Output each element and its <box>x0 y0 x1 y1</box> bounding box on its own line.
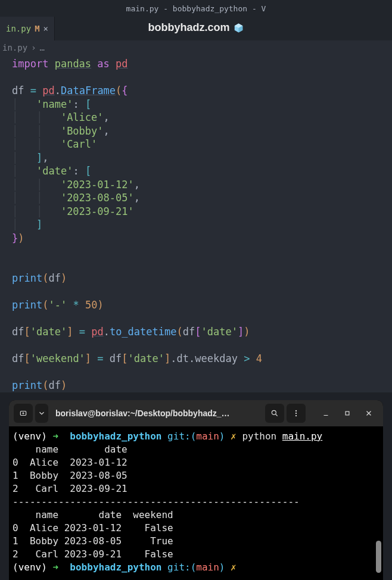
terminal-line: 0 Alice 2023-01-12 False <box>13 522 173 534</box>
plus-tab-icon <box>19 409 27 417</box>
code-line: df['date'] = pd.to_datetime(df['date']) <box>12 326 250 338</box>
terminal-search-button[interactable] <box>265 404 284 423</box>
code-line: }) <box>12 232 24 244</box>
terminal-line: name date weekend <box>13 509 173 520</box>
code-line: print(df) <box>12 379 67 391</box>
tab-filename: in.py <box>6 24 31 33</box>
terminal-line: 2 Carl 2023-09-21 False <box>13 548 173 560</box>
terminal-line: (venv) ➜ bobbyhadz_python git:(main) ✗ p… <box>13 431 322 442</box>
breadcrumb-ellipsis: … <box>40 43 45 52</box>
close-icon <box>365 409 373 417</box>
breadcrumb[interactable]: in.py › … <box>0 40 392 55</box>
editor-tab-main[interactable]: in.py M × <box>0 17 55 40</box>
code-line: │ │ '2023-09-21' <box>12 205 134 217</box>
code-line: │ │ 'Alice', <box>12 111 110 123</box>
chevron-down-icon <box>38 409 46 417</box>
code-line: │ ], <box>12 152 48 164</box>
code-line: import pandas as pd <box>12 58 128 70</box>
code-line: │ │ 'Carl' <box>12 138 97 150</box>
code-line: │ 'date': [ <box>12 165 91 177</box>
terminal-line: 0 Alice 2023-01-12 <box>13 457 127 468</box>
tab-bar: in.py M × bobbyhadz.com <box>0 17 392 40</box>
code-line: │ │ '2023-08-05', <box>12 192 140 204</box>
code-line: │ │ '2023-01-12', <box>12 179 140 191</box>
terminal-line: 1 Bobby 2023-08-05 <box>13 470 127 481</box>
code-line: print('-' * 50) <box>12 299 104 311</box>
code-line: df = pd.DataFrame({ <box>12 85 128 96</box>
svg-rect-5 <box>346 411 349 415</box>
window-close-button[interactable] <box>359 404 378 423</box>
svg-point-1 <box>272 410 276 414</box>
terminal-window: borislav@borislav:~/Desktop/bobbyhadz_… … <box>9 400 383 580</box>
terminal-line: 2 Carl 2023-09-21 <box>13 483 127 494</box>
window-minimize-button[interactable] <box>316 404 335 423</box>
maximize-icon <box>343 409 351 417</box>
svg-point-2 <box>295 410 297 411</box>
terminal-line: 1 Bobby 2023-08-05 True <box>13 535 173 547</box>
terminal-scrollbar-thumb[interactable] <box>376 541 381 573</box>
tab-dropdown-button[interactable] <box>35 404 48 423</box>
search-icon <box>270 409 279 417</box>
code-line: │ ] <box>12 219 42 230</box>
code-line: │ 'name': [ <box>12 98 91 110</box>
terminal-line: ----------------------------------------… <box>13 496 300 507</box>
code-line: print(df) <box>12 272 67 284</box>
terminal-line: (venv) ➜ bobbyhadz_python git:(main) ✗ <box>13 562 237 573</box>
cube-icon <box>234 23 244 33</box>
chevron-right-icon: › <box>31 43 36 52</box>
site-overlay-label: bobbyhadz.com <box>148 21 244 34</box>
window-titlebar: main.py - bobbyhadz_python - V <box>0 0 392 17</box>
window-maximize-button[interactable] <box>338 404 357 423</box>
terminal-title: borislav@borislav:~/Desktop/bobbyhadz_… <box>51 409 263 418</box>
code-line: │ │ 'Bobby', <box>12 125 110 137</box>
new-tab-button[interactable] <box>14 404 33 423</box>
close-icon[interactable]: × <box>43 24 48 33</box>
minimize-icon <box>322 409 330 417</box>
breadcrumb-file: in.py <box>2 43 27 52</box>
code-line: df['weekend'] = df['date'].dt.weekday > … <box>12 353 262 364</box>
site-overlay-text: bobbyhadz.com <box>148 21 229 34</box>
terminal-line: name date <box>13 444 127 455</box>
terminal-titlebar[interactable]: borislav@borislav:~/Desktop/bobbyhadz_… <box>9 400 383 426</box>
kebab-menu-icon <box>292 409 300 417</box>
terminal-body[interactable]: (venv) ➜ bobbyhadz_python git:(main) ✗ p… <box>9 426 383 580</box>
code-editor[interactable]: import pandas as pd df = pd.DataFrame({ … <box>0 55 392 392</box>
svg-point-4 <box>295 415 297 416</box>
window-title: main.py - bobbyhadz_python - V <box>126 4 266 13</box>
svg-point-3 <box>295 413 297 414</box>
terminal-menu-button[interactable] <box>287 404 306 423</box>
tab-modified-badge: M <box>35 24 39 33</box>
